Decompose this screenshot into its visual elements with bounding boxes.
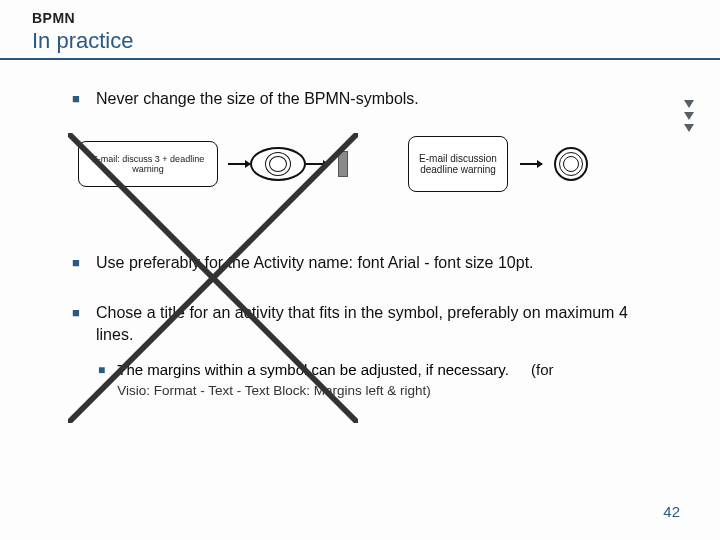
page-number: 42: [663, 503, 680, 520]
bullet-3-text: Chose a title for an activity that fits …: [96, 302, 660, 346]
wrong-example: E-mail: discuss 3 + deadline warning: [72, 137, 354, 191]
bullet-3: ■ Chose a title for an activity that fit…: [72, 302, 660, 346]
triangle-down-icon: [684, 100, 694, 108]
bullet-1: ■ Never change the size of the BPMN-symb…: [72, 88, 660, 110]
correct-timer-event-icon: [554, 147, 588, 181]
correct-task-box: E-mail discussion deadline warning: [408, 136, 508, 192]
bullet-marker-icon: ■: [72, 252, 82, 274]
decorative-triangles: [684, 100, 694, 132]
bullet-marker-icon: ■: [98, 360, 105, 380]
bar-icon: [338, 151, 348, 177]
bullet-marker-icon: ■: [72, 88, 82, 110]
triangle-down-icon: [684, 124, 694, 132]
header-kicker: BPMN: [32, 10, 720, 26]
sub-bullet-for: (for: [531, 361, 554, 378]
arrow-icon: [520, 163, 542, 165]
slide-content: ■ Never change the size of the BPMN-symb…: [0, 60, 720, 400]
header-title: In practice: [32, 28, 720, 54]
bullet-2-text: Use preferably for the Activity name: fo…: [96, 252, 534, 274]
sub-bullet-detail: Visio: Format - Text - Text Block: Margi…: [117, 383, 431, 398]
sub-bullet-1: ■ The margins within a symbol can be adj…: [98, 360, 660, 400]
correct-example: E-mail discussion deadline warning: [408, 136, 588, 192]
slide-header: BPMN In practice: [0, 0, 720, 60]
wrong-task-box: E-mail: discuss 3 + deadline warning: [78, 141, 218, 187]
arrow-icon: [306, 163, 328, 165]
bullet-marker-icon: ■: [72, 302, 82, 324]
sub-bullet-main: The margins within a symbol can be adjus…: [117, 361, 509, 378]
bpmn-illustration: E-mail: discuss 3 + deadline warning E-m…: [72, 124, 660, 204]
arrow-icon: [228, 163, 250, 165]
bullet-2: ■ Use preferably for the Activity name: …: [72, 252, 660, 274]
wrong-timer-event-icon: [260, 147, 296, 181]
triangle-down-icon: [684, 112, 694, 120]
bullet-1-text: Never change the size of the BPMN-symbol…: [96, 88, 419, 110]
sub-bullet-1-text: The margins within a symbol can be adjus…: [117, 360, 553, 400]
